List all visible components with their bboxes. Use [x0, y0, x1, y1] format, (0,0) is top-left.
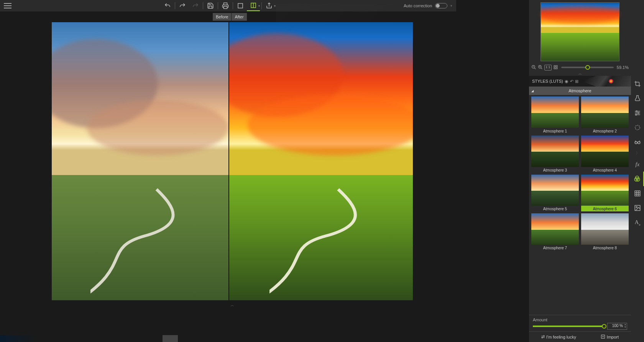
style-thumb[interactable]: Atmosphere 6 [581, 175, 629, 212]
amount-label: Amount [533, 317, 627, 322]
toolstrip-expand-icon[interactable]: 〉 [631, 149, 644, 157]
svg-rect-0 [224, 7, 227, 9]
crop-tool-icon[interactable] [631, 77, 644, 91]
styles-footer: ⇄ I'm feeling lucky Import [529, 331, 631, 342]
style-thumb[interactable]: Atmosphere 8 [581, 213, 629, 250]
shuffle-icon: ⇄ [541, 334, 545, 339]
category-label: Atmosphere [568, 88, 591, 93]
style-thumb[interactable]: Atmosphere 7 [531, 213, 579, 250]
image-canvas[interactable]: ︿ [52, 22, 413, 300]
right-panel: 1:1 59.1% ︿ STYLES (LUTS) ◉ ↶ ⊞ ◢ Atmosp… [529, 0, 644, 342]
style-thumb-label: Atmosphere 6 [581, 206, 629, 211]
amount-step-down-icon[interactable]: ▼ [624, 326, 626, 329]
thumbs-scroll[interactable]: Atmosphere 1Atmosphere 2Atmosphere 3Atmo… [529, 95, 631, 315]
visibility-toggle-icon[interactable]: ◉ [565, 79, 568, 84]
canvas-expand-chevron-icon[interactable]: ︿ [230, 303, 234, 308]
svg-point-13 [555, 66, 556, 68]
undo-button[interactable] [161, 0, 174, 11]
amount-slider[interactable] [533, 326, 604, 327]
menu-button[interactable] [3, 1, 12, 10]
styles-header-label: STYLES (LUTS) [532, 79, 563, 83]
redo-alt-button[interactable] [189, 0, 202, 11]
styles-section-header[interactable]: STYLES (LUTS) ◉ ↶ ⊞ [529, 76, 631, 87]
style-thumb-label: Atmosphere 5 [531, 206, 579, 211]
lab-tool-icon[interactable] [631, 91, 644, 106]
feeling-lucky-button[interactable]: ⇄ I'm feeling lucky [541, 334, 576, 339]
sliders-tool-icon[interactable] [631, 106, 644, 120]
style-category-header[interactable]: ◢ Atmosphere [529, 87, 631, 95]
style-thumb-label: Atmosphere 8 [581, 245, 629, 250]
amount-value-input[interactable]: 100 % ▲▼ [607, 323, 627, 330]
style-thumb-label: Atmosphere 2 [581, 128, 629, 134]
zoom-in-icon[interactable] [538, 65, 543, 70]
svg-point-33 [636, 206, 637, 208]
text-tool-icon[interactable]: Aa [631, 215, 644, 230]
style-thumb[interactable]: Atmosphere 5 [531, 175, 579, 212]
svg-rect-1 [238, 3, 243, 8]
print-button[interactable] [219, 0, 232, 11]
share-button[interactable] [263, 0, 276, 11]
amount-step-up-icon[interactable]: ▲ [624, 323, 626, 326]
style-thumb[interactable]: Atmosphere 2 [581, 97, 629, 134]
svg-point-16 [636, 111, 637, 112]
fx-tool-icon[interactable]: fx [631, 157, 644, 172]
auto-correction-label: Auto correction [404, 3, 432, 8]
svg-line-6 [534, 68, 536, 69]
zoom-value: 59.1% [617, 65, 629, 70]
canvas-before [52, 22, 228, 300]
style-thumb-label: Atmosphere 3 [531, 167, 579, 173]
collapse-triangle-icon: ◢ [531, 89, 534, 93]
preview-thumbnail[interactable] [540, 2, 619, 61]
svg-point-21 [635, 125, 640, 130]
selection-tool-icon[interactable] [631, 120, 644, 135]
auto-correction-chevron-icon[interactable]: ▾ [450, 4, 452, 8]
zoom-fit-icon[interactable] [553, 65, 558, 70]
svg-line-9 [541, 68, 542, 69]
zoom-slider[interactable] [561, 67, 614, 68]
panel-collapse-chevron-icon[interactable]: ︿ [529, 72, 631, 76]
view-split-button[interactable] [247, 0, 260, 11]
grid-view-icon[interactable]: ⊞ [575, 79, 578, 84]
tool-strip: 〉 fx Aa [631, 77, 644, 230]
photo-tool-icon[interactable] [631, 201, 644, 215]
style-thumb[interactable]: Atmosphere 3 [531, 136, 579, 173]
reset-icon[interactable]: ↶ [570, 79, 573, 84]
style-thumb-label: Atmosphere 7 [531, 245, 579, 250]
style-thumb-label: Atmosphere 4 [581, 167, 629, 173]
view-single-button[interactable] [234, 0, 247, 11]
venn-tool-icon[interactable] [631, 172, 644, 186]
glasses-tool-icon[interactable] [631, 135, 644, 149]
lucky-label: I'm feeling lucky [546, 335, 576, 339]
before-label: Before [213, 13, 231, 21]
style-thumb[interactable]: Atmosphere 4 [581, 136, 629, 173]
redo-button[interactable] [176, 0, 189, 11]
mosaic-tool-icon[interactable] [631, 186, 644, 201]
svg-rect-27 [635, 191, 640, 196]
import-label: Import [607, 335, 619, 339]
import-icon [601, 334, 605, 340]
svg-point-18 [638, 113, 639, 114]
compare-labels: Before After [213, 11, 247, 22]
amount-value-text: 100 % [612, 324, 623, 328]
save-button[interactable] [204, 0, 217, 11]
status-bar [0, 335, 456, 342]
style-thumb-label: Atmosphere 1 [531, 128, 579, 134]
svg-point-20 [636, 114, 637, 115]
import-button[interactable]: Import [601, 334, 619, 340]
zoom-out-icon[interactable] [531, 65, 536, 70]
auto-correction-toggle[interactable] [435, 3, 447, 8]
after-label: After [232, 13, 246, 21]
svg-rect-12 [554, 65, 557, 69]
zoom-controls: 1:1 59.1% [529, 63, 631, 72]
zoom-100-icon[interactable]: 1:1 [544, 65, 552, 70]
canvas-after [229, 22, 413, 300]
style-thumb[interactable]: Atmosphere 1 [531, 97, 579, 134]
top-toolbar: ▾ ▾ Auto correction ▾ [0, 0, 456, 11]
amount-row: Amount 100 % ▲▼ [529, 315, 631, 331]
